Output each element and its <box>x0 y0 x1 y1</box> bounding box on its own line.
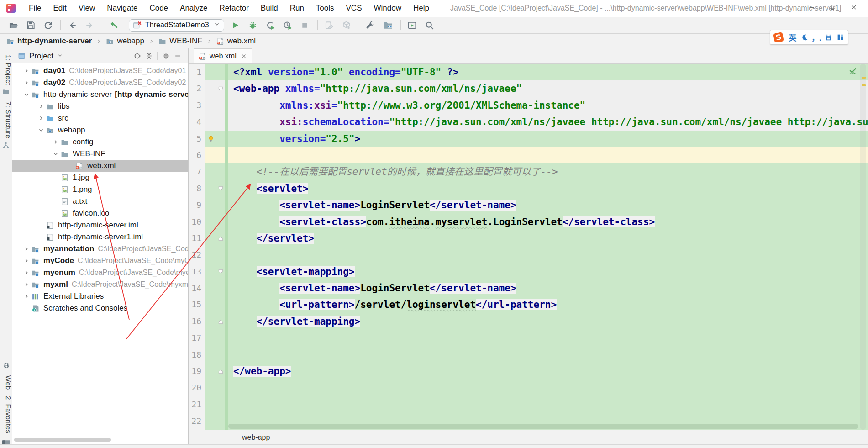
open-folder-icon[interactable] <box>6 19 20 32</box>
minimize-icon[interactable] <box>172 51 184 62</box>
menu-help[interactable]: Help <box>407 2 435 15</box>
tree-item-scratches-and-consoles[interactable]: Scratches and Consoles <box>12 302 188 314</box>
tree-item-src[interactable]: src <box>12 112 188 124</box>
english-mode-button[interactable]: 英 <box>787 32 799 43</box>
tree-item-http-dynamic-server[interactable]: http-dynamic-server[http-dynamic-server1… <box>12 89 188 100</box>
fold-open-icon[interactable] <box>216 180 225 197</box>
fold-close-icon[interactable] <box>216 230 225 247</box>
punctuation-button[interactable]: ，. <box>810 32 822 43</box>
tree-item-mycode[interactable]: myCodeC:\IdeaProject\JavaSE_Code\myCode <box>12 255 188 267</box>
toolbox-grid-button[interactable] <box>834 32 846 43</box>
tree-item-1-jpg[interactable]: 1.jpg <box>12 172 188 184</box>
half-width-moon-button[interactable] <box>799 32 810 43</box>
tree-item-webapp[interactable]: webapp <box>12 124 188 136</box>
code-line-10[interactable]: 10 <servlet-class>com.itheima.myservlet.… <box>189 214 868 230</box>
tree-item-external-libraries[interactable]: External Libraries <box>12 290 188 302</box>
chevron-right-icon[interactable] <box>21 79 32 86</box>
code-line-4[interactable]: 4 xsi:schemaLocation="http://java.sun.co… <box>189 114 868 130</box>
code-line-3[interactable]: 3 xmlns:xsi="http://www.w3.org/2001/XMLS… <box>189 97 868 114</box>
code-line-19[interactable]: 19</web-app> <box>189 363 868 379</box>
close-button[interactable] <box>843 0 864 16</box>
run-icon[interactable] <box>229 19 242 32</box>
fold-open-icon[interactable] <box>216 264 225 280</box>
intention-bulb-icon[interactable] <box>205 131 216 147</box>
sogou-tool-button[interactable] <box>822 32 834 43</box>
maximize-button[interactable] <box>822 0 843 16</box>
tree-item-libs[interactable]: libs <box>12 100 188 112</box>
breadcrumb-http-dynamic-server[interactable]: http-dynamic-server <box>6 37 92 46</box>
project-structure-icon[interactable] <box>381 19 395 32</box>
tree-item-day01[interactable]: day01C:\IdeaProject\JavaSE_Code\day01 <box>12 65 188 77</box>
code-line-13[interactable]: 13 <servlet-mapping> <box>189 264 868 280</box>
code-line-5[interactable]: 5 version="2.5"> <box>189 131 868 147</box>
chevron-right-icon[interactable] <box>21 293 32 300</box>
menu-file[interactable]: File <box>23 2 47 15</box>
menu-navigate[interactable]: Navigate <box>101 2 143 15</box>
attach-debugger-icon[interactable] <box>322 19 336 32</box>
breadcrumb-web.xml[interactable]: web.xml <box>216 37 256 46</box>
tab-web-xml[interactable]: web.xml <box>194 48 252 63</box>
chevron-right-icon[interactable] <box>21 281 32 288</box>
code-line-17[interactable]: 17 <box>189 330 868 346</box>
menu-edit[interactable]: Edit <box>47 2 72 15</box>
code-line-9[interactable]: 9 <servlet-name>LoginServlet</servlet-na… <box>189 197 868 213</box>
error-stripe-mark[interactable] <box>862 84 866 86</box>
code-line-12[interactable]: 12 <box>189 247 868 263</box>
code-line-1[interactable]: 1<?xml version="1.0" encoding="UTF-8" ?> <box>189 64 868 80</box>
save-all-icon[interactable] <box>24 19 37 32</box>
stripe-button-1-project[interactable]: 1: Project <box>0 55 12 85</box>
minimize-button[interactable] <box>801 0 822 16</box>
error-stripe-mark[interactable] <box>862 77 866 79</box>
tab-close-icon[interactable] <box>241 53 247 59</box>
code-line-6[interactable]: 6 <box>189 147 868 163</box>
menu-build[interactable]: Build <box>255 2 284 15</box>
project-panel-hscrollbar[interactable] <box>14 438 111 442</box>
code-line-11[interactable]: 11 </servlet> <box>189 230 868 247</box>
breadcrumb-web-app[interactable]: web-app <box>242 433 270 442</box>
menu-vcs[interactable]: VCS <box>340 2 368 15</box>
sync-icon[interactable] <box>41 19 55 32</box>
project-panel-title[interactable]: Project <box>29 52 53 61</box>
tree-item-web-inf[interactable]: WEB-INF <box>12 148 188 160</box>
code-line-15[interactable]: 15 <url-pattern>/servlet/loginservlet</u… <box>189 296 868 313</box>
collapse-all-icon[interactable] <box>143 51 155 62</box>
tree-item-myxml[interactable]: myxmlC:\IdeaProject\JavaSE_Code\myxml <box>12 279 188 290</box>
chevron-down-icon[interactable] <box>36 126 46 134</box>
menu-view[interactable]: View <box>73 2 101 15</box>
tree-item-favicon-ico[interactable]: favicon.ico <box>12 207 188 219</box>
tree-item-1-png[interactable]: 1.png <box>12 184 188 195</box>
menu-run[interactable]: Run <box>284 2 310 15</box>
fold-open-icon[interactable] <box>216 80 225 97</box>
menu-tools[interactable]: Tools <box>310 2 340 15</box>
chevron-right-icon[interactable] <box>51 138 61 146</box>
code-line-20[interactable]: 20 <box>189 379 868 396</box>
sogou-logo-icon[interactable] <box>773 32 784 43</box>
code-line-14[interactable]: 14 <servlet-name>LoginServlet</servlet-n… <box>189 280 868 296</box>
code-line-7[interactable]: 7 <!--在以后需要配置servlet的时候，就直接在这里配置就可以了--> <box>189 163 868 180</box>
fold-close-icon[interactable] <box>216 363 225 379</box>
code-line-8[interactable]: 8 <servlet> <box>189 180 868 197</box>
editor-vscrollbar[interactable] <box>860 64 866 430</box>
code-editor[interactable]: 1<?xml version="1.0" encoding="UTF-8" ?>… <box>189 64 868 430</box>
coverage-icon[interactable] <box>263 19 277 32</box>
debug-icon[interactable] <box>246 19 260 32</box>
chevron-right-icon[interactable] <box>21 269 32 276</box>
chevron-down-icon[interactable] <box>21 91 32 98</box>
menu-analyze[interactable]: Analyze <box>174 2 214 15</box>
code-line-2[interactable]: 2<web-app xmlns="http://java.sun.com/xml… <box>189 80 868 97</box>
chevron-down-icon[interactable] <box>57 52 63 61</box>
stop-icon[interactable] <box>298 19 312 32</box>
run-configuration-select[interactable]: ThreadStateDemo3 <box>129 19 224 32</box>
tree-item-a-txt[interactable]: a.txt <box>12 195 188 207</box>
tree-item-http-dynamic-server-iml[interactable]: http-dynamic-server.iml <box>12 219 188 231</box>
forward-icon[interactable] <box>83 19 96 32</box>
code-line-18[interactable]: 18 <box>189 347 868 363</box>
locate-icon[interactable] <box>131 51 143 62</box>
menu-refactor[interactable]: Refactor <box>214 2 255 15</box>
build-hammer-icon[interactable] <box>107 19 121 32</box>
gear-icon[interactable] <box>160 51 172 62</box>
package-icon[interactable] <box>340 19 353 32</box>
chevron-down-icon[interactable] <box>51 150 61 158</box>
chevron-right-icon[interactable] <box>21 245 32 253</box>
run-window-icon[interactable] <box>405 19 419 32</box>
